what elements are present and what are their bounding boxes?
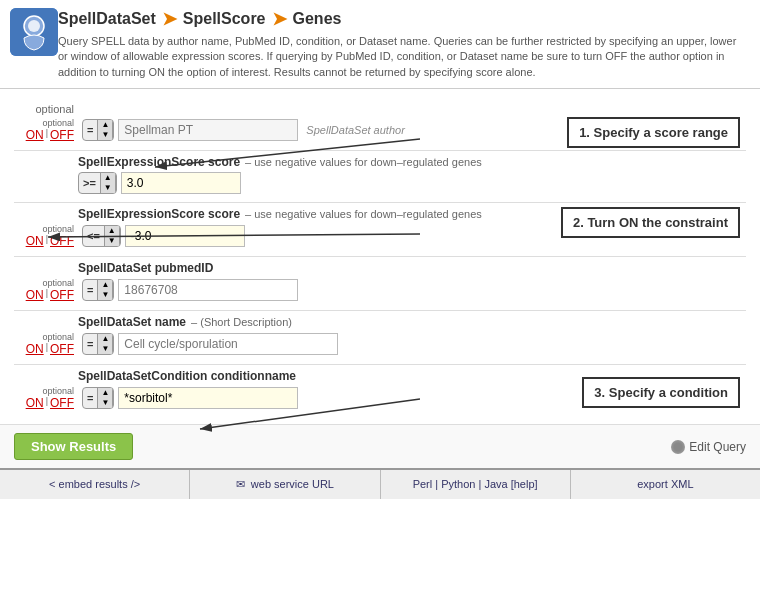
- footer-embed[interactable]: < embed results />: [0, 470, 190, 499]
- bottom-bar: Show Results Edit Query: [0, 424, 760, 468]
- name-optional-block: optional ON | OFF: [14, 332, 74, 356]
- svg-point-2: [28, 20, 40, 32]
- footer-help[interactable]: Perl | Python | Java [help]: [381, 470, 571, 499]
- callout-condition: 3. Specify a condition: [582, 377, 740, 408]
- author-optional-text: optional: [14, 118, 74, 128]
- name-stepper-btns[interactable]: ▲ ▼: [98, 334, 113, 354]
- name-operator: =: [83, 334, 98, 354]
- divider-1: [14, 150, 746, 151]
- arrow-icon-2: ➤: [272, 8, 287, 30]
- score-upper-stepper-btns[interactable]: ▲ ▼: [101, 173, 116, 193]
- page-title: SpellDataSet ➤ SpellScore ➤ Genes: [58, 8, 738, 30]
- author-input[interactable]: [118, 119, 298, 141]
- divider-3: [14, 256, 746, 257]
- author-hint: SpellDataSet author: [306, 124, 404, 136]
- condition-stepper-btns[interactable]: ▲ ▼: [98, 388, 113, 408]
- name-sublabel: – (Short Description): [191, 316, 292, 328]
- score-lower-operator: <=: [83, 226, 105, 246]
- score-lower-on-link[interactable]: ON: [26, 234, 44, 248]
- pubmed-off-link[interactable]: OFF: [50, 288, 74, 302]
- author-stepper-btns[interactable]: ▲ ▼: [98, 120, 113, 140]
- arrow-icon-1: ➤: [162, 8, 177, 30]
- name-stepper-up[interactable]: ▲: [98, 334, 112, 344]
- show-results-button[interactable]: Show Results: [14, 433, 133, 460]
- pubmed-input[interactable]: [118, 279, 298, 301]
- name-label-row: SpellDataSet name – (Short Description): [78, 315, 746, 329]
- pubmed-input-row: optional ON | OFF = ▲ ▼: [14, 278, 746, 302]
- author-stepper-up[interactable]: ▲: [98, 120, 112, 130]
- pubmed-on-link[interactable]: ON: [26, 288, 44, 302]
- email-icon: ✉: [236, 478, 245, 490]
- condition-off-link[interactable]: OFF: [50, 396, 74, 410]
- condition-label: SpellDataSetCondition conditionname: [78, 369, 296, 383]
- score-lower-stepper-btns[interactable]: ▲ ▼: [105, 226, 120, 246]
- name-off-link[interactable]: OFF: [50, 342, 74, 356]
- name-input[interactable]: [118, 333, 338, 355]
- divider-5: [14, 364, 746, 365]
- name-stepper[interactable]: = ▲ ▼: [82, 333, 114, 355]
- edit-query-button[interactable]: Edit Query: [671, 440, 746, 454]
- score-lower-optional-text: optional: [14, 224, 74, 234]
- author-operator-stepper[interactable]: = ▲ ▼: [82, 119, 114, 141]
- score-lower-input[interactable]: [125, 225, 245, 247]
- score-lower-optional-block: optional ON | OFF: [14, 224, 74, 248]
- footer-webservice[interactable]: ✉ web service URL: [190, 470, 380, 499]
- score-upper-field-group: SpellExpressionScore score – use negativ…: [14, 155, 746, 194]
- pubmed-optional-text: optional: [14, 278, 74, 288]
- score-upper-operator: >=: [79, 173, 101, 193]
- condition-stepper-up[interactable]: ▲: [98, 388, 112, 398]
- score-upper-stepper-down[interactable]: ▼: [101, 183, 115, 193]
- author-optional-block: optional ON | OFF: [14, 118, 74, 142]
- header: SpellDataSet ➤ SpellScore ➤ Genes Query …: [0, 0, 760, 89]
- pubmed-field-group: SpellDataSet pubmedID optional ON | OFF …: [14, 261, 746, 302]
- author-off-link[interactable]: OFF: [50, 128, 74, 142]
- divider-4: [14, 310, 746, 311]
- condition-optional-text: optional: [14, 386, 74, 396]
- pubmed-operator: =: [83, 280, 98, 300]
- author-optional-label: optional: [14, 103, 74, 115]
- score-lower-stepper-up[interactable]: ▲: [105, 226, 119, 236]
- score-lower-sublabel: – use negative values for down–regulated…: [245, 208, 482, 220]
- pubmed-stepper-btns[interactable]: ▲ ▼: [98, 280, 113, 300]
- condition-stepper-down[interactable]: ▼: [98, 398, 112, 408]
- footer-export[interactable]: export XML: [571, 470, 760, 499]
- footer: < embed results /> ✉ web service URL Per…: [0, 468, 760, 499]
- condition-operator: =: [83, 388, 98, 408]
- pubmed-stepper[interactable]: = ▲ ▼: [82, 279, 114, 301]
- name-optional-text: optional: [14, 332, 74, 342]
- pubmed-stepper-up[interactable]: ▲: [98, 280, 112, 290]
- score-upper-stepper-up[interactable]: ▲: [101, 173, 115, 183]
- callout-turn-on: 2. Turn ON the constraint: [561, 207, 740, 238]
- pubmed-stepper-down[interactable]: ▼: [98, 290, 112, 300]
- condition-on-link[interactable]: ON: [26, 396, 44, 410]
- name-on-link[interactable]: ON: [26, 342, 44, 356]
- condition-stepper[interactable]: = ▲ ▼: [82, 387, 114, 409]
- name-label: SpellDataSet name: [78, 315, 186, 329]
- name-field-group: SpellDataSet name – (Short Description) …: [14, 315, 746, 356]
- score-upper-input-row: >= ▲ ▼: [78, 172, 746, 194]
- pubmed-label: SpellDataSet pubmedID: [78, 261, 213, 275]
- score-lower-off-link[interactable]: OFF: [50, 234, 74, 248]
- name-input-row: optional ON | OFF = ▲ ▼: [14, 332, 746, 356]
- pubmed-optional-block: optional ON | OFF: [14, 278, 74, 302]
- author-stepper-down[interactable]: ▼: [98, 130, 112, 140]
- score-upper-label-row: SpellExpressionScore score – use negativ…: [78, 155, 746, 169]
- header-text: SpellDataSet ➤ SpellScore ➤ Genes Query …: [58, 8, 738, 80]
- condition-input[interactable]: [118, 387, 298, 409]
- author-operator-label: =: [83, 120, 98, 140]
- condition-optional-block: optional ON | OFF: [14, 386, 74, 410]
- footer-webservice-label: web service URL: [251, 478, 334, 490]
- score-lower-stepper[interactable]: <= ▲ ▼: [82, 225, 121, 247]
- pubmed-label-row: SpellDataSet pubmedID: [78, 261, 746, 275]
- callout-score-range: 1. Specify a score range: [567, 117, 740, 148]
- score-upper-label: SpellExpressionScore score: [78, 155, 240, 169]
- main-content: 1. Specify a score range 2. Turn ON the …: [0, 89, 760, 424]
- name-stepper-down[interactable]: ▼: [98, 344, 112, 354]
- edit-query-label: Edit Query: [689, 440, 746, 454]
- author-on-link[interactable]: ON: [26, 128, 44, 142]
- score-lower-stepper-down[interactable]: ▼: [105, 236, 119, 246]
- score-upper-stepper[interactable]: >= ▲ ▼: [78, 172, 117, 194]
- gear-icon: [671, 440, 685, 454]
- score-lower-label: SpellExpressionScore score: [78, 207, 240, 221]
- score-upper-input[interactable]: [121, 172, 241, 194]
